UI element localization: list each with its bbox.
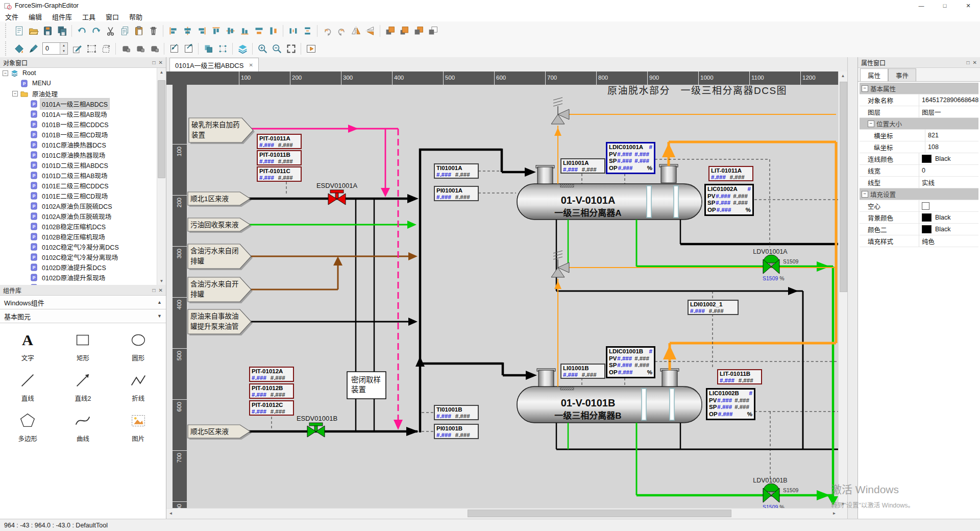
menu-file[interactable]: 文件 [0,11,23,21]
separator[interactable] [71,25,72,37]
library-item[interactable]: 文字 [0,330,55,363]
toolbar-grip[interactable] [5,41,9,55]
align-bottom-button[interactable] [237,24,252,38]
property-value[interactable]: 图层一 [919,106,978,117]
library-item[interactable]: 圆形 [111,330,166,363]
scroll-down-icon[interactable]: ▼ [839,500,847,508]
library-group-basic[interactable]: 基本图元▼ [0,309,166,323]
drawing-canvas[interactable]: 原油脱水部分 一级三相分离器DCS图 01-V-0101A 一级三相分离器A [187,85,839,508]
property-row[interactable]: 空心 [860,200,978,212]
property-value[interactable] [919,200,978,211]
spin-down-icon[interactable]: ▼ [60,49,67,54]
group-expander[interactable]: − [868,120,874,127]
property-row[interactable]: 图层 图层一 [860,106,978,118]
rotate-ccw-90-button[interactable] [334,24,349,38]
property-value[interactable]: Black [919,153,978,164]
menu-component-library[interactable]: 组件库 [47,11,77,21]
bring-to-front-button[interactable] [383,24,397,38]
tree-item[interactable]: 0101D二级三相AB现场 [0,170,166,180]
bring-forward-button[interactable] [397,24,411,38]
tree-item[interactable]: 0101A一级三相ABDCS [0,99,166,109]
document-tab[interactable]: 0101A一级三相ABDCS ✕ [169,58,259,71]
redo-button[interactable] [89,24,103,38]
canvas-vscrollbar[interactable]: ▲ ▼ [838,71,847,508]
dock-close-icon[interactable]: ✕ [973,60,977,65]
import-graphic-button[interactable] [167,42,181,56]
property-row[interactable]: 颜色二 Black [860,224,978,235]
distribute-v-button[interactable] [300,24,314,38]
tree-item[interactable]: 0101B一级三相CD现场 [0,129,166,139]
library-item[interactable]: 直线 [0,371,55,403]
tree-item[interactable]: − 原油处理 [0,88,166,99]
fill-color-button[interactable] [12,42,26,56]
tree-scroll-thumb[interactable] [158,80,165,178]
menu-help[interactable]: 帮助 [124,11,148,21]
separator[interactable] [163,25,163,37]
property-value[interactable] [921,83,978,94]
property-row[interactable]: − 填充设置 [860,188,978,200]
edit-vertices-button[interactable] [70,42,84,56]
property-value[interactable]: 实线 [919,177,978,188]
canvas-hscrollbar[interactable]: ◄ ► [166,508,839,518]
controller-faceplate[interactable]: LIC01002B# PV#.####.### SP#.####.### OP#… [706,388,755,420]
select-rect-button[interactable] [84,42,99,56]
spinner-arrows[interactable]: ▲▼ [60,43,67,54]
tree-item[interactable]: 0102A原油负压脱硫DCS [0,201,166,211]
controller-faceplate[interactable]: LIC01002A# PV#.####.### SP#.####.### OP#… [704,184,754,216]
library-item[interactable]: 矩形 [55,330,110,363]
send-to-back-button[interactable] [426,24,440,38]
property-value[interactable]: 1645172890668648 [919,94,978,106]
separator[interactable] [380,25,380,37]
line-width-spinner[interactable]: 0 ▲▼ [42,42,68,55]
library-item[interactable]: 直线2 [55,371,110,403]
menu-window[interactable]: 窗口 [101,11,124,21]
property-row[interactable]: 填充样式 纯色 [860,235,978,247]
property-row[interactable]: − 位置大小 [860,118,978,130]
controller-faceplate[interactable]: LDIC01001A# PV#.####.### SP#.####.### OP… [606,142,655,174]
zoom-out-button[interactable] [270,42,284,56]
separator[interactable] [252,43,253,55]
send-backward-button[interactable] [411,24,426,38]
tree-item[interactable]: 0101C原油换热器现场 [0,150,166,160]
property-value[interactable] [921,188,978,200]
close-button[interactable]: ✕ [957,0,980,11]
rotate-selection-button[interactable] [99,42,113,56]
tree-item[interactable]: 0101E二级三相CDDCS [0,180,166,190]
dock-close-icon[interactable]: ✕ [159,60,163,65]
group-expander[interactable]: − [862,85,868,92]
property-value[interactable]: 108 [925,141,978,153]
spin-up-icon[interactable]: ▲ [60,43,67,49]
tree-item[interactable]: 0102D原油提升泵DCS [0,262,166,272]
property-value[interactable]: Black [919,212,978,223]
tree-item[interactable]: 0102A原油负压脱硫现场 [0,211,166,221]
tree-item[interactable]: 0101C原油换热器DCS [0,139,166,150]
menu-tools[interactable]: 工具 [77,11,101,21]
same-width-button[interactable] [252,24,266,38]
scroll-left-icon[interactable]: ◄ [166,509,175,518]
toolbar-grip[interactable] [5,23,9,38]
property-row[interactable]: − 基本属性 [860,83,978,94]
separator[interactable] [232,43,233,55]
property-row[interactable]: 线宽 0 [860,165,978,177]
ungroup-button[interactable] [133,42,147,56]
property-value[interactable]: Black [919,224,978,235]
property-row[interactable]: 对象名称 1645172890668648 [860,94,978,106]
dock-float-icon[interactable]: □ [153,287,156,293]
copy-button[interactable] [117,24,132,38]
dock-close-icon[interactable]: ✕ [159,287,163,293]
controller-faceplate[interactable]: LDIC01001B# PV#.####.### SP#.####.### OP… [606,346,655,378]
tree-expander[interactable]: − [3,70,8,76]
library-item[interactable]: 多边形 [0,411,55,443]
undo-button[interactable] [75,24,89,38]
scroll-up-icon[interactable]: ▲ [157,68,166,76]
tree-item[interactable]: − Root [0,68,166,78]
separator[interactable] [301,43,301,55]
minimize-button[interactable]: — [910,0,933,11]
tree-expander[interactable]: − [12,91,18,96]
tree-item[interactable]: 0101D二级三相ABDCS [0,160,166,170]
align-top-button[interactable] [209,24,223,38]
tab-close-icon[interactable]: ✕ [249,62,253,68]
save-all-button[interactable] [55,24,69,38]
menu-edit[interactable]: 编辑 [23,11,47,21]
paste-button[interactable] [132,24,146,38]
